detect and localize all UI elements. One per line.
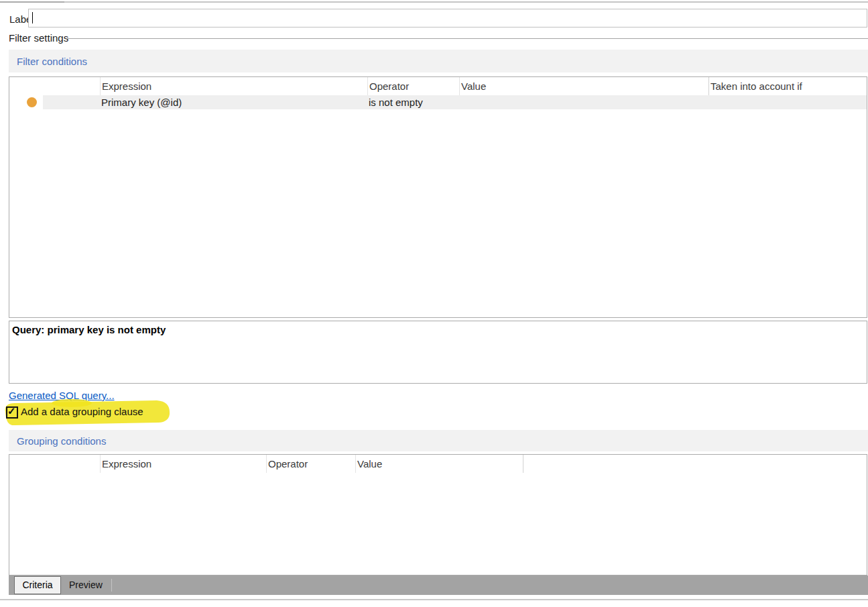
bottom-tab-bar: Criteria Preview: [9, 575, 868, 595]
row-expression-cell[interactable]: Primary key (@id): [100, 95, 367, 109]
filter-conditions-section-header: Filter conditions: [9, 50, 868, 72]
header-cell-expression[interactable]: Expression: [100, 77, 367, 95]
filter-settings-group-line: [66, 38, 868, 39]
add-grouping-checkbox-label[interactable]: Add a data grouping clause: [21, 406, 143, 417]
query-summary-text: Query: primary key is not empty: [12, 324, 166, 335]
row-operator-cell[interactable]: is not empty: [367, 95, 459, 109]
filter-conditions-header-row: Expression Operator Value Taken into acc…: [9, 77, 867, 95]
table-row[interactable]: Primary key (@id) is not empty: [9, 95, 867, 109]
text-cursor: [32, 12, 33, 23]
query-summary-box: Query: primary key is not empty: [9, 321, 867, 384]
tab-separator: [111, 579, 112, 592]
filter-settings-group-label: Filter settings: [9, 32, 68, 44]
add-grouping-checkbox[interactable]: ✓: [6, 406, 18, 419]
status-dot-icon: [27, 97, 37, 107]
top-divider-line: [0, 1, 868, 3]
label-input-wrapper: [28, 9, 867, 27]
header-cell-icon: [9, 77, 100, 95]
tab-criteria[interactable]: Criteria: [14, 576, 61, 594]
checkmark-icon: ✓: [7, 406, 16, 416]
bottom-divider-line: [0, 599, 868, 600]
tab-preview[interactable]: Preview: [69, 575, 103, 595]
header-cell-taken-into-account-if[interactable]: Taken into account if: [708, 77, 867, 95]
filter-conditions-table[interactable]: Expression Operator Value Taken into acc…: [9, 76, 867, 318]
row-status-cell: [9, 95, 100, 109]
header-cell-operator[interactable]: Operator: [367, 77, 459, 95]
grouping-header-row: Expression Operator Value: [9, 455, 867, 473]
header-cell-value[interactable]: Value: [459, 77, 708, 95]
grouping-conditions-title: Grouping conditions: [17, 430, 106, 451]
grouping-conditions-section-header: Grouping conditions: [9, 430, 868, 451]
grouping-conditions-table[interactable]: Expression Operator Value: [9, 454, 867, 575]
header-cell-icon: [9, 455, 100, 473]
label-input[interactable]: [32, 10, 865, 26]
header-cell-expression[interactable]: Expression: [100, 455, 266, 473]
header-cell-trailing: [523, 455, 867, 473]
row-taken-into-account-cell[interactable]: [708, 95, 867, 109]
filter-conditions-title: Filter conditions: [17, 50, 87, 72]
header-cell-value[interactable]: Value: [355, 455, 523, 473]
top-divider-line-left-fragment: [0, 1, 64, 3]
header-cell-operator[interactable]: Operator: [266, 455, 355, 473]
row-value-cell[interactable]: [459, 95, 708, 109]
